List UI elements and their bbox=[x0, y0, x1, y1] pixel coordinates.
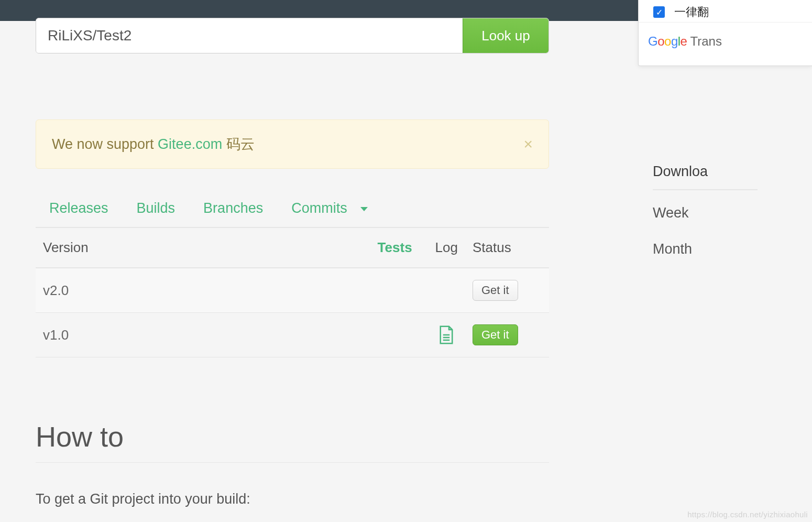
col-version: Version bbox=[36, 228, 236, 268]
cell-tests bbox=[236, 268, 427, 313]
tab-branches[interactable]: Branches bbox=[203, 200, 263, 216]
google-logo: Google bbox=[648, 34, 687, 49]
tab-commits[interactable]: Commits bbox=[291, 200, 368, 216]
howto-section: How to To get a Git project into your bu… bbox=[36, 420, 549, 507]
alert-suffix: 码云 bbox=[222, 136, 255, 152]
col-tests[interactable]: Tests bbox=[236, 228, 427, 268]
support-alert: We now support Gitee.com 码云 × bbox=[36, 119, 549, 169]
get-it-button[interactable]: Get it bbox=[473, 280, 518, 301]
translate-label: Trans bbox=[690, 34, 721, 49]
col-status: Status bbox=[465, 228, 549, 268]
downloads-sidebar: Downloa Week Month bbox=[653, 164, 758, 277]
cell-version: v2.0 bbox=[36, 268, 236, 313]
releases-table: Version Tests Log Status v2.0Get itv1.0G… bbox=[36, 228, 549, 357]
tab-releases[interactable]: Releases bbox=[49, 200, 108, 216]
lookup-button[interactable]: Look up bbox=[463, 18, 548, 53]
cell-log bbox=[428, 268, 465, 313]
repo-search: Look up bbox=[36, 18, 549, 53]
tab-builds[interactable]: Builds bbox=[137, 200, 175, 216]
downloads-month: Month bbox=[653, 241, 758, 257]
cell-tests bbox=[236, 313, 427, 357]
chevron-down-icon bbox=[360, 207, 368, 211]
downloads-title: Downloa bbox=[653, 164, 758, 190]
alert-prefix: We now support bbox=[52, 136, 158, 152]
alert-link[interactable]: Gitee.com bbox=[158, 136, 222, 152]
col-log: Log bbox=[428, 228, 465, 268]
tab-commits-label: Commits bbox=[291, 200, 347, 216]
alert-message: We now support Gitee.com 码云 bbox=[52, 135, 255, 154]
cell-status: Get it bbox=[465, 313, 549, 357]
watermark: https://blog.csdn.net/yizhixiaohuli bbox=[687, 510, 808, 519]
translate-checkbox[interactable]: ✓ bbox=[653, 6, 665, 18]
cell-status: Get it bbox=[465, 268, 549, 313]
repo-search-input[interactable] bbox=[36, 18, 463, 53]
close-icon[interactable]: × bbox=[523, 135, 533, 153]
table-row: v2.0Get it bbox=[36, 268, 549, 313]
translate-always-label: 一律翻 bbox=[674, 4, 709, 20]
view-tabs: Releases Builds Branches Commits bbox=[36, 200, 549, 228]
downloads-week: Week bbox=[653, 205, 758, 221]
cell-log[interactable] bbox=[428, 313, 465, 357]
get-it-button[interactable]: Get it bbox=[473, 324, 518, 345]
howto-line1: To get a Git project into your build: bbox=[36, 491, 549, 507]
howto-title: How to bbox=[36, 420, 549, 463]
translate-popup: ✓ 一律翻 Google Trans bbox=[638, 0, 812, 66]
cell-version: v1.0 bbox=[36, 313, 236, 357]
log-file-icon[interactable] bbox=[435, 325, 458, 344]
table-row: v1.0Get it bbox=[36, 313, 549, 357]
